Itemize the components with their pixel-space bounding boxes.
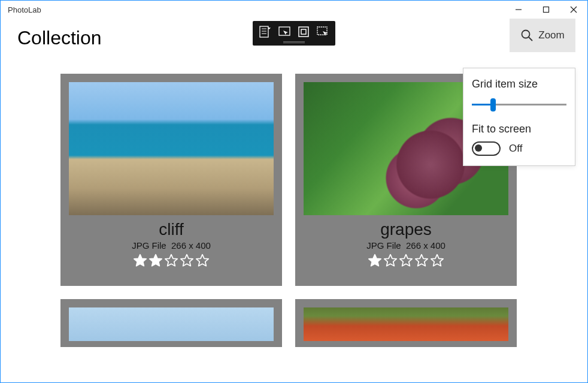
window-controls xyxy=(505,1,587,19)
photo-card[interactable] xyxy=(295,299,517,347)
svg-rect-9 xyxy=(299,27,308,37)
photo-title: cliff xyxy=(60,220,282,239)
toolbar-track-focus-icon[interactable] xyxy=(314,23,332,40)
zoom-label: Zoom xyxy=(538,29,564,41)
photo-card[interactable]: cliff JPG File 266 x 400 xyxy=(60,74,282,286)
svg-rect-1 xyxy=(544,7,549,13)
toolbar-layout-adorners-icon[interactable] xyxy=(295,23,313,40)
fit-to-screen-toggle[interactable] xyxy=(472,141,501,156)
fit-to-screen-label: Fit to screen xyxy=(472,123,566,135)
grid-size-label: Grid item size xyxy=(472,78,566,91)
star-icon xyxy=(398,253,414,269)
photo-title: grapes xyxy=(295,220,517,239)
star-icon xyxy=(414,253,429,269)
svg-line-13 xyxy=(529,37,532,41)
star-icon xyxy=(367,253,383,269)
star-icon xyxy=(179,253,195,269)
photo-rating[interactable] xyxy=(295,253,517,269)
toolbar-visual-tree-icon[interactable] xyxy=(256,23,274,40)
maximize-button[interactable] xyxy=(532,1,560,19)
star-icon xyxy=(383,253,398,269)
star-icon xyxy=(132,253,148,269)
star-icon xyxy=(429,253,445,269)
toolbar-drag-handle[interactable] xyxy=(283,41,305,43)
photo-meta: JPG File 266 x 400 xyxy=(295,240,517,251)
photo-thumbnail xyxy=(304,307,508,341)
app-window: PhotoLab Collection xyxy=(0,0,588,383)
star-icon xyxy=(148,253,163,269)
svg-point-12 xyxy=(522,31,530,38)
photo-thumbnail xyxy=(69,307,274,341)
header: Collection xyxy=(1,19,587,57)
zoom-button[interactable]: Zoom xyxy=(510,19,575,52)
page-title: Collection xyxy=(17,27,102,49)
svg-rect-4 xyxy=(260,26,268,37)
photo-card[interactable] xyxy=(60,299,282,347)
search-icon xyxy=(520,29,534,42)
window-title: PhotoLab xyxy=(8,5,41,14)
dev-toolbar[interactable] xyxy=(253,21,335,46)
title-bar: PhotoLab xyxy=(1,1,587,19)
photo-thumbnail xyxy=(69,82,274,215)
toolbar-select-element-icon[interactable] xyxy=(275,23,293,40)
close-button[interactable] xyxy=(560,1,587,19)
toggle-state-text: Off xyxy=(509,143,522,155)
grid-size-slider[interactable] xyxy=(472,96,566,113)
zoom-panel: Grid item size Fit to screen Off xyxy=(463,68,575,166)
photo-rating[interactable] xyxy=(60,253,282,269)
svg-rect-10 xyxy=(301,29,306,34)
slider-thumb[interactable] xyxy=(490,98,496,111)
photo-meta: JPG File 266 x 400 xyxy=(60,240,282,251)
star-icon xyxy=(163,253,179,269)
minimize-button[interactable] xyxy=(505,1,532,19)
star-icon xyxy=(195,253,210,269)
